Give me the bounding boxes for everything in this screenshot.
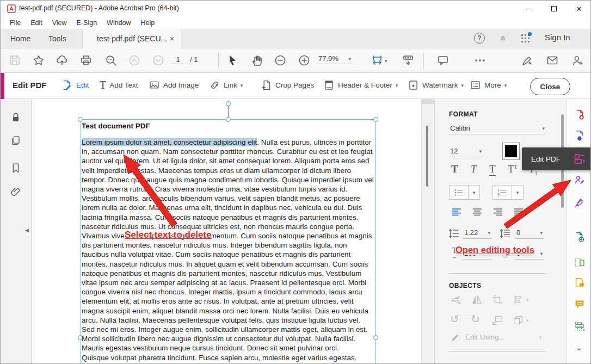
notifications-bell-icon[interactable] <box>497 33 508 44</box>
bold-icon[interactable]: T <box>451 163 458 175</box>
bullet-list-button[interactable] <box>449 185 469 200</box>
document-comment-icon[interactable] <box>574 277 586 289</box>
align-justify-icon[interactable] <box>513 207 524 218</box>
close-edit-button[interactable]: Close <box>530 78 570 95</box>
collapse-panel-icon[interactable]: ◀ <box>25 227 29 233</box>
link-button[interactable]: Link ▾ <box>209 79 243 91</box>
fit-width-icon[interactable] <box>371 54 384 67</box>
tab-close-icon[interactable]: × <box>170 34 174 43</box>
underline-icon[interactable]: T <box>489 163 496 176</box>
resize-handle-top-center[interactable] <box>226 117 231 122</box>
zoom-level-dropdown[interactable]: 77.9% ▾ <box>315 54 353 64</box>
edit-pdf-tooltip[interactable]: Edit PDF <box>522 147 591 170</box>
font-family-dropdown[interactable]: Calibri ▾ <box>449 124 546 134</box>
comment-bubble-icon[interactable] <box>574 298 586 310</box>
fill-and-sign-icon[interactable] <box>574 197 586 209</box>
help-icon[interactable]: ? <box>474 33 485 44</box>
flip-vertical-icon[interactable] <box>450 294 462 306</box>
align-left-icon[interactable] <box>451 207 462 218</box>
superscript-icon[interactable]: TT <box>508 163 518 175</box>
more-button[interactable]: More ▾ <box>470 79 507 91</box>
resize-handle-top-left[interactable] <box>78 117 83 122</box>
italic-icon[interactable]: T <box>471 163 477 175</box>
sign-in-button[interactable]: Sign In <box>545 33 570 42</box>
zoom-in-icon[interactable] <box>298 54 311 67</box>
rotate-cw-icon[interactable]: ↻ <box>471 312 480 325</box>
add-image-button[interactable]: Add Image <box>149 79 199 91</box>
header-footer-button[interactable]: Header & Footer ▾ <box>323 79 398 91</box>
search-icon[interactable] <box>104 54 118 67</box>
share-pdf-icon[interactable] <box>574 231 586 243</box>
replace-image-icon[interactable] <box>491 314 503 326</box>
menu-help[interactable]: Help <box>136 19 160 27</box>
flip-horizontal-icon[interactable] <box>471 294 483 306</box>
close-window-button[interactable]: ✕ <box>567 1 591 17</box>
font-size-dropdown[interactable]: 12 ▾ <box>449 147 483 157</box>
numbered-list-button[interactable]: 123 <box>492 185 512 200</box>
email-icon[interactable] <box>546 54 559 67</box>
share-cloud-icon[interactable] <box>56 54 69 67</box>
tab-tools[interactable]: Tools <box>48 29 66 48</box>
edit-pdf-tool-icon[interactable] <box>573 152 586 165</box>
attachments-paperclip-icon[interactable] <box>10 186 22 198</box>
watermark-button[interactable]: Watermark ▾ <box>408 79 464 91</box>
next-page-icon[interactable] <box>152 54 165 67</box>
tab-home[interactable]: Home <box>10 29 30 48</box>
menu-view[interactable]: View <box>47 19 72 27</box>
scrollbar-up-button[interactable] <box>422 99 434 104</box>
align-objects-icon[interactable] <box>512 294 524 306</box>
scrollbar-thumb[interactable] <box>426 126 428 187</box>
print-production-icon[interactable] <box>574 320 586 332</box>
horizontal-scale-dropdown[interactable]: 100 ▾ <box>463 249 491 260</box>
organize-pages-icon[interactable] <box>574 257 586 269</box>
rotation-handle[interactable] <box>226 101 231 106</box>
security-lock-icon[interactable] <box>10 112 22 124</box>
page-display-icon[interactable] <box>402 54 415 67</box>
menu-esign[interactable]: E-Sign <box>72 19 102 27</box>
page-number-input[interactable]: 1 <box>171 55 185 64</box>
character-spacing-dropdown[interactable]: 0 ▾ <box>515 249 544 260</box>
crop-object-icon[interactable] <box>491 294 503 306</box>
add-text-button[interactable]: T Add Text <box>100 79 138 91</box>
create-pdf-icon[interactable] <box>574 109 586 121</box>
line-spacing-dropdown[interactable]: 1.22 ▾ <box>463 229 491 239</box>
tab-document[interactable]: test-pdf.pdf (SECU... × <box>82 29 181 48</box>
rail-expand-chevron-icon[interactable]: ⌄ <box>576 343 583 353</box>
comment-icon[interactable] <box>436 54 450 67</box>
numbered-list-caret[interactable]: ▾ <box>512 185 524 200</box>
zoom-out-icon[interactable] <box>274 54 287 67</box>
crop-pages-button[interactable]: Crop Pages <box>261 79 314 91</box>
edit-using-label[interactable]: Edit Using... <box>465 333 505 341</box>
bullet-list-caret[interactable]: ▾ <box>468 185 480 200</box>
chevron-down-icon[interactable]: ▾ <box>526 318 529 323</box>
more-tools-icon[interactable] <box>473 54 487 67</box>
menu-file[interactable]: File <box>5 19 26 27</box>
rotate-ccw-icon[interactable]: ↺ <box>450 312 459 325</box>
save-icon[interactable] <box>8 54 21 67</box>
menu-edit[interactable]: Edit <box>26 19 47 27</box>
maximize-button[interactable] <box>541 1 567 17</box>
sign-pen-icon[interactable] <box>521 54 534 67</box>
edit-tool-button[interactable]: Edit <box>61 79 89 91</box>
resize-handle-top-right[interactable] <box>373 117 378 122</box>
fit-width-caret-icon[interactable]: ▾ <box>385 58 387 64</box>
align-right-icon[interactable] <box>492 207 503 218</box>
star-icon[interactable] <box>32 54 45 67</box>
font-color-swatch[interactable] <box>502 143 520 160</box>
export-pdf-icon[interactable] <box>574 129 586 141</box>
paragraph-spacing-dropdown[interactable]: 0 ▾ <box>515 229 544 239</box>
minimize-button[interactable] <box>516 1 541 17</box>
chevron-down-icon[interactable]: ▾ <box>526 297 529 303</box>
previous-page-icon[interactable] <box>128 54 141 67</box>
account-add-icon[interactable] <box>571 54 584 67</box>
print-icon[interactable] <box>79 54 93 67</box>
align-center-icon[interactable] <box>472 207 483 218</box>
select-tool-icon[interactable] <box>225 54 238 67</box>
menu-window[interactable]: Window <box>102 19 136 27</box>
request-esignatures-icon[interactable] <box>574 174 586 186</box>
page-thumbnails-icon[interactable] <box>10 135 22 147</box>
bookmarks-icon[interactable] <box>10 162 22 174</box>
chevron-down-icon[interactable]: ▾ <box>539 335 542 340</box>
arrange-objects-icon[interactable] <box>512 314 524 326</box>
highlighted-text[interactable]: Lorem ipsum dolor sit amet, consectetur … <box>82 138 257 146</box>
